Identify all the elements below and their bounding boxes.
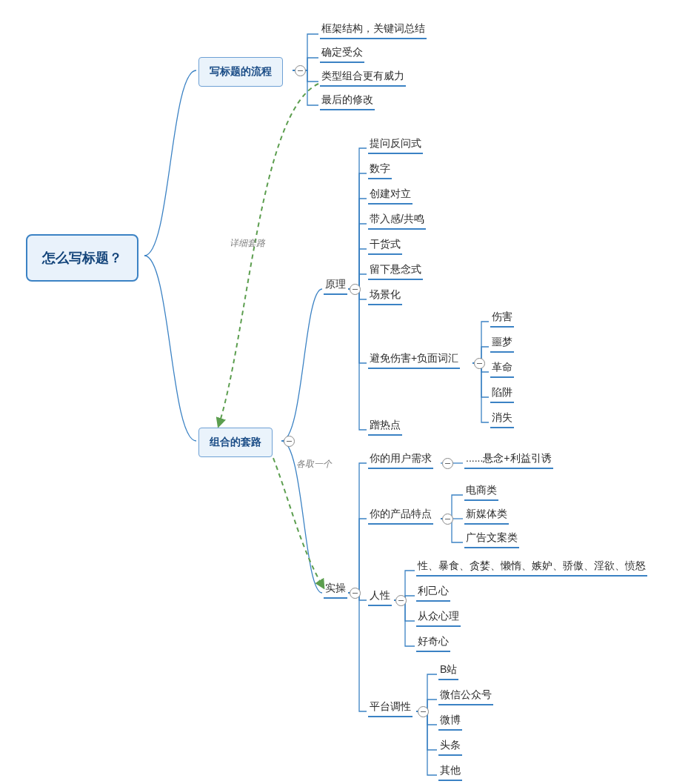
leaf-wechat[interactable]: 微信公众号 [438,687,493,705]
leaf-bilibili[interactable]: B站 [438,662,458,680]
leaf-seven-sins[interactable]: 性、暴食、贪婪、懒惰、嫉妒、骄傲、淫欲、愤怒 [416,558,647,577]
leaf-question[interactable]: 提问反问式 [368,136,423,154]
leaf-suspense[interactable]: 留下悬念式 [368,262,423,280]
leaf-audience[interactable]: 确定受众 [320,44,364,63]
leaf-other[interactable]: 其他 [438,763,462,781]
leaf-adcopy[interactable]: 广告文案类 [464,530,519,548]
leaf-avoid-harm[interactable]: 避免伤害+负面词汇 [368,351,460,369]
node-principle[interactable]: 原理 [324,276,347,295]
leaf-newmedia[interactable]: 新媒体类 [464,506,509,525]
toggle-icon[interactable] [284,436,295,447]
leaf-resonance[interactable]: 带入感/共鸣 [368,211,426,230]
branch-process-label: 写标题的流程 [210,65,272,77]
leaf-nightmare[interactable]: 噩梦 [490,334,514,353]
toggle-icon[interactable] [350,284,361,295]
root-node[interactable]: 怎么写标题？ [26,234,138,282]
toggle-icon[interactable] [295,65,306,76]
leaf-ecommerce[interactable]: 电商类 [464,482,498,501]
toggle-icon[interactable] [474,358,485,369]
leaf-final-edit[interactable]: 最后的修改 [320,92,375,110]
leaf-revolution[interactable]: 革命 [490,359,514,378]
link-label-detail: 详细套路 [230,237,265,250]
leaf-selfish[interactable]: 利己心 [416,583,450,602]
leaf-framework[interactable]: 框架结构，关键词总结 [320,21,427,39]
link-label-pick-one: 各取一个 [296,458,332,471]
leaf-suspense-benefit[interactable]: ......悬念+利益引诱 [464,451,553,469]
branch-process[interactable]: 写标题的流程 [198,57,283,87]
leaf-number[interactable]: 数字 [368,161,392,179]
toggle-icon[interactable] [442,458,453,469]
leaf-harm[interactable]: 伤害 [490,309,514,328]
root-label: 怎么写标题？ [42,250,122,265]
leaf-trending[interactable]: 蹭热点 [368,417,402,436]
leaf-toutiao[interactable]: 头条 [438,737,462,756]
node-human-nature[interactable]: 人性 [368,588,392,606]
toggle-icon[interactable] [350,588,361,599]
node-product-feature[interactable]: 你的产品特点 [368,506,433,525]
toggle-icon[interactable] [442,514,453,525]
leaf-vanish[interactable]: 消失 [490,410,514,428]
leaf-opposition[interactable]: 创建对立 [368,186,413,205]
branch-patterns[interactable]: 组合的套路 [198,428,273,457]
node-platform-tone[interactable]: 平台调性 [368,699,413,717]
leaf-herd[interactable]: 从众心理 [416,608,461,627]
toggle-icon[interactable] [418,706,429,717]
node-user-need[interactable]: 你的用户需求 [368,451,433,469]
leaf-type-combo[interactable]: 类型组合更有威力 [320,68,406,87]
branch-patterns-label: 组合的套路 [210,436,261,448]
toggle-icon[interactable] [395,595,407,606]
leaf-scene[interactable]: 场景化 [368,287,402,305]
leaf-curiosity[interactable]: 好奇心 [416,634,450,652]
node-practice[interactable]: 实操 [324,580,347,599]
leaf-trap[interactable]: 陷阱 [490,385,514,403]
leaf-weibo[interactable]: 微博 [438,712,462,731]
leaf-dry-goods[interactable]: 干货式 [368,236,402,255]
